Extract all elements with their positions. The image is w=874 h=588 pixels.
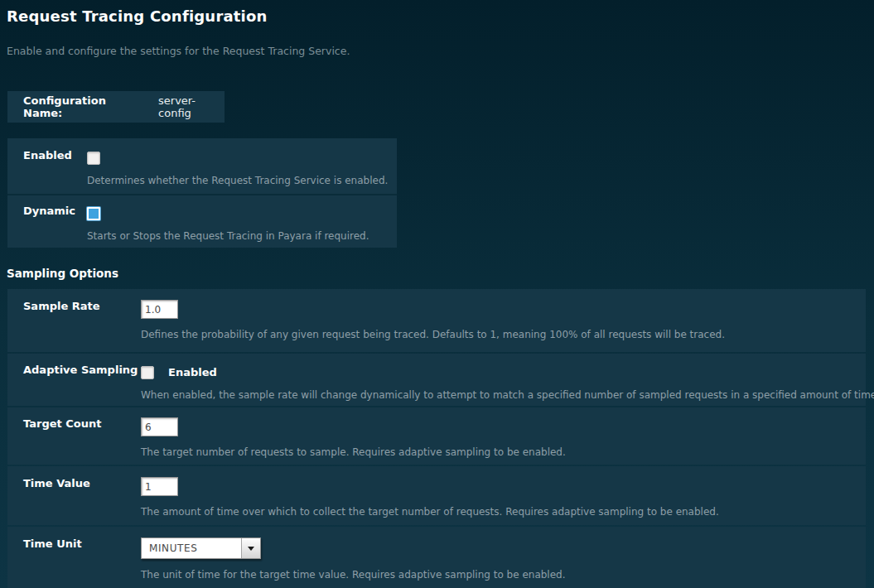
time-value-row: Time Value The amount of time over which… (7, 466, 866, 525)
adaptive-sampling-row: Adaptive Sampling Enabled When enabled, … (7, 354, 866, 406)
time-value-description: The amount of time over which to collect… (141, 506, 866, 518)
configuration-name-label: Configuration Name: (23, 94, 142, 119)
configuration-name-value: server-config (158, 94, 225, 119)
time-value-controls: The amount of time over which to collect… (141, 477, 866, 525)
dynamic-row: Dynamic Starts or Stops the Request Trac… (7, 195, 397, 248)
time-value-label: Time Value (7, 477, 141, 525)
adaptive-sampling-label: Adaptive Sampling (7, 364, 141, 406)
time-value-input[interactable] (141, 477, 178, 496)
configuration-name-row: Configuration Name: server-config (7, 91, 225, 123)
dynamic-description: Starts or Stops the Request Tracing in P… (87, 230, 397, 243)
time-unit-select[interactable]: MINUTES (141, 537, 261, 559)
target-count-row: Target Count The target number of reques… (7, 407, 866, 465)
enabled-controls: Determines whether the Request Tracing S… (87, 149, 397, 194)
dynamic-checkbox[interactable] (87, 207, 100, 220)
general-settings-band: Enabled Determines whether the Request T… (7, 138, 397, 248)
enabled-row: Enabled Determines whether the Request T… (7, 138, 397, 194)
time-unit-description: The unit of time for the target time val… (141, 569, 866, 581)
page-title: Request Tracing Configuration (0, 0, 874, 25)
sampling-options-header: Sampling Options (0, 248, 874, 280)
enabled-label: Enabled (7, 149, 87, 194)
target-count-input[interactable] (141, 417, 178, 436)
sample-rate-input[interactable] (141, 300, 178, 319)
sample-rate-row: Sample Rate Defines the probability of a… (7, 289, 866, 352)
adaptive-sampling-controls: Enabled When enabled, the sample rate wi… (141, 364, 874, 406)
sample-rate-controls: Defines the probability of any given req… (141, 300, 866, 352)
enabled-checkbox[interactable] (87, 152, 100, 165)
target-count-description: The target number of requests to sample.… (141, 446, 866, 459)
time-unit-selected-value: MINUTES (142, 538, 241, 558)
time-unit-row: Time Unit MINUTES The unit of time for t… (7, 527, 866, 588)
target-count-controls: The target number of requests to sample.… (141, 417, 866, 465)
adaptive-sampling-description: When enabled, the sample rate will chang… (141, 389, 874, 402)
adaptive-sampling-checkbox[interactable] (141, 366, 154, 379)
dynamic-label: Dynamic (7, 205, 87, 248)
sample-rate-label: Sample Rate (7, 300, 141, 352)
dynamic-controls: Starts or Stops the Request Tracing in P… (87, 205, 397, 248)
chevron-down-icon (248, 547, 254, 551)
enabled-description: Determines whether the Request Tracing S… (87, 175, 397, 187)
sample-rate-description: Defines the probability of any given req… (141, 329, 866, 341)
page-subtitle: Enable and configure the settings for th… (0, 25, 874, 57)
time-unit-controls: MINUTES The unit of time for the target … (141, 537, 866, 588)
adaptive-sampling-checkbox-label: Enabled (168, 366, 217, 378)
sampling-options-section: Sample Rate Defines the probability of a… (7, 289, 866, 588)
request-tracing-config-page: Request Tracing Configuration Enable and… (0, 0, 874, 588)
time-unit-label: Time Unit (7, 537, 141, 588)
time-unit-dropdown-button[interactable] (241, 538, 260, 558)
target-count-label: Target Count (7, 417, 141, 465)
